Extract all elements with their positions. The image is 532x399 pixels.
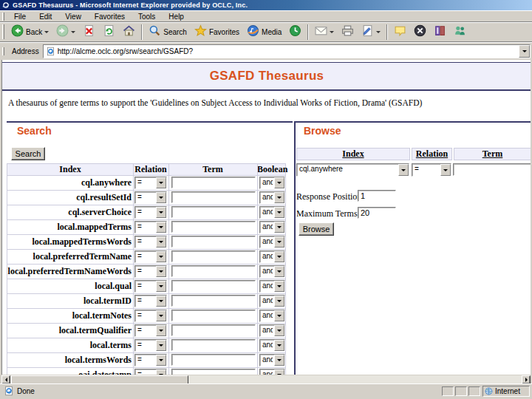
browse-relation-select[interactable]: = [412,163,451,177]
boolean-select[interactable]: and [259,236,285,248]
home-button[interactable] [119,23,139,41]
address-dropdown-button[interactable] [519,45,530,58]
term-input[interactable] [171,191,256,203]
menu-item-help[interactable]: Help [162,13,191,21]
chevron-down-icon[interactable] [44,31,49,35]
print-button[interactable] [338,23,358,41]
chevron-down-icon[interactable] [274,222,284,233]
chevron-down-icon[interactable] [156,281,166,292]
relation-select[interactable]: = [134,310,167,322]
chevron-down-icon[interactable] [274,355,284,366]
menu-item-file[interactable]: File [7,13,33,21]
relation-select[interactable]: = [134,250,167,263]
relation-select[interactable]: = [134,265,167,278]
relation-select[interactable]: = [134,221,167,233]
chevron-down-icon[interactable] [274,325,284,336]
term-input[interactable] [171,310,256,321]
maximum-terms-input[interactable] [358,207,396,219]
boolean-select[interactable]: and [259,221,285,233]
boolean-select[interactable]: and [259,339,285,352]
menu-item-favorites[interactable]: Favorites [88,13,132,21]
power-button[interactable] [410,23,430,41]
term-input[interactable] [171,354,256,366]
media-button[interactable]: Media [243,23,285,41]
response-position-input[interactable] [358,190,396,202]
chevron-down-icon[interactable] [156,355,166,366]
chevron-down-icon[interactable] [156,251,166,262]
boolean-select[interactable]: and [259,295,285,307]
mail-button[interactable] [311,23,338,41]
chevron-down-icon[interactable] [274,236,284,248]
term-input[interactable] [171,265,256,277]
chevron-down-icon[interactable] [156,266,166,277]
toolbar-grab-handle[interactable] [2,47,4,55]
chevron-down-icon[interactable] [398,164,409,176]
edit-button[interactable] [358,23,384,41]
browse-button[interactable]: Browse [299,222,334,236]
chevron-down-icon[interactable] [156,296,166,307]
chevron-down-icon[interactable] [274,340,284,351]
term-input[interactable] [171,295,256,307]
refresh-button[interactable] [99,23,119,41]
relation-select[interactable]: = [134,280,167,293]
chevron-down-icon[interactable] [330,31,334,35]
term-input[interactable] [171,236,256,248]
chevron-down-icon[interactable] [274,296,284,307]
stop-button[interactable] [79,23,99,41]
chevron-down-icon[interactable] [156,192,166,203]
boolean-select[interactable]: and [259,177,285,189]
term-input[interactable] [171,221,256,233]
relation-select[interactable]: = [134,206,167,219]
boolean-select[interactable]: and [259,206,285,219]
history-button[interactable] [285,23,305,41]
boolean-select[interactable]: and [259,310,285,322]
search-button[interactable]: Search [145,23,191,41]
relation-select[interactable]: = [134,236,167,248]
address-input[interactable] [58,46,530,57]
horizontal-scrollbar[interactable] [1,375,531,383]
favorites-button[interactable]: Favorites [191,23,243,41]
chevron-down-icon[interactable] [156,177,166,188]
boolean-select[interactable]: and [259,265,285,278]
chevron-down-icon[interactable] [274,310,284,321]
boolean-select[interactable]: and [259,280,285,293]
relation-select[interactable]: = [134,177,167,189]
boolean-select[interactable]: and [259,354,285,366]
chevron-down-icon[interactable] [274,251,284,262]
browse-term-input[interactable] [453,163,531,176]
toolbar-grab-handle[interactable] [2,24,4,39]
browse-index-select[interactable]: cql.anywhere [296,163,409,177]
chevron-down-icon[interactable] [440,164,451,176]
boolean-select[interactable]: and [259,191,285,204]
boolean-select[interactable]: and [259,324,285,337]
chevron-down-icon[interactable] [156,310,166,321]
relation-select[interactable]: = [134,324,167,337]
boolean-select[interactable]: and [259,250,285,263]
chevron-down-icon[interactable] [156,207,166,218]
chevron-down-icon[interactable] [156,236,166,248]
relation-select[interactable]: = [134,295,167,307]
relation-select[interactable]: = [134,191,167,204]
term-input[interactable] [171,177,256,188]
menu-item-tools[interactable]: Tools [132,13,162,21]
chevron-down-icon[interactable] [376,31,381,35]
chevron-down-icon[interactable] [156,369,166,375]
term-input[interactable] [171,206,256,218]
chevron-down-icon[interactable] [274,281,284,292]
chevron-down-icon[interactable] [156,340,166,351]
relation-select[interactable]: = [134,369,167,375]
relation-select[interactable]: = [134,339,167,352]
term-input[interactable] [171,324,256,336]
boolean-select[interactable]: and [259,369,285,375]
toolbar-grab-handle[interactable] [2,13,4,21]
chevron-down-icon[interactable] [71,31,75,35]
chevron-down-icon[interactable] [156,325,166,336]
discuss-button[interactable] [390,23,410,41]
back-button[interactable]: Back [7,23,52,41]
relation-select[interactable]: = [134,354,167,366]
chevron-down-icon[interactable] [156,222,166,233]
chevron-down-icon[interactable] [274,369,284,375]
chevron-down-icon[interactable] [274,207,284,218]
forward-button[interactable] [52,23,79,41]
chevron-down-icon[interactable] [274,266,284,277]
